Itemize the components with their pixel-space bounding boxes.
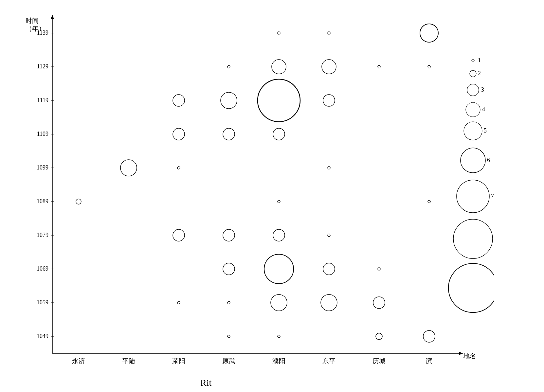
y-tick-1069: 1069: [37, 265, 48, 272]
bubble: [173, 95, 185, 106]
bubble: [423, 330, 435, 342]
y-tick-1049: 1049: [37, 333, 48, 339]
bubble: [227, 335, 230, 338]
svg-marker-3: [459, 352, 463, 355]
bubble: [323, 95, 335, 106]
bubble: [221, 92, 237, 109]
bubble: [223, 128, 235, 140]
x-cat-dongping: 东平: [322, 357, 335, 365]
bubble: [76, 199, 81, 204]
legend-circle-3: [467, 84, 479, 96]
y-tick-1129: 1129: [37, 63, 48, 70]
bubble: [328, 32, 330, 34]
legend-label-7: 7: [491, 193, 494, 199]
bubble: [120, 160, 137, 176]
bubble: [272, 60, 286, 74]
bubble: [278, 335, 280, 338]
y-tick-1079: 1079: [37, 232, 48, 238]
y-axis-title-line1: 时间: [26, 17, 39, 24]
y-tick-1099: 1099: [37, 164, 48, 171]
bubble: [278, 32, 280, 34]
bubble: [373, 297, 385, 309]
bubble: [177, 301, 180, 304]
y-tick-1109: 1109: [37, 131, 48, 137]
x-cat-puyang: 濮阳: [272, 357, 285, 365]
x-axis-label: 地名: [463, 352, 476, 360]
legend-label-6: 6: [487, 157, 490, 163]
bubble: [227, 65, 230, 68]
bubble: [227, 301, 230, 304]
y-tick-1139: 1139: [37, 29, 48, 36]
bubble: [321, 294, 337, 311]
y-tick-1089: 1089: [37, 198, 48, 205]
bubble: [278, 200, 280, 203]
bubble: [328, 167, 330, 169]
x-cat-xingyang: 荥阳: [172, 357, 185, 365]
legend-circle-6: [461, 148, 485, 173]
bubble: [323, 263, 335, 275]
bubble: [420, 24, 438, 42]
bubble: [428, 65, 430, 68]
bubble: [322, 60, 336, 74]
bubble: [223, 263, 235, 275]
legend-circle-5: [464, 122, 482, 140]
bubble: [428, 200, 430, 203]
bubble: [376, 333, 382, 340]
legend-label-5: 5: [484, 127, 487, 134]
legend-circle-4: [466, 102, 480, 117]
legend-label-2: 2: [478, 70, 481, 77]
legend-label-1: 1: [478, 57, 481, 63]
x-cat-yongji: 永济: [72, 357, 85, 365]
bubble: [177, 167, 180, 169]
bubble: [173, 128, 185, 140]
bubble: [273, 229, 285, 241]
chart-area: 时间 （年） 地名 1049 1059 1069 1079 1089 1099 …: [20, 7, 494, 380]
bubble: [378, 268, 380, 270]
bubble: [378, 65, 380, 68]
legend-label-3: 3: [481, 86, 484, 93]
legend-circle-8: [453, 219, 493, 258]
y-tick-1059: 1059: [37, 299, 48, 306]
bubble: [264, 254, 294, 284]
legend-circle-7: [457, 180, 489, 213]
legend-circle-2: [470, 70, 476, 77]
legend-label-4: 4: [482, 106, 485, 113]
bubble: [328, 234, 330, 237]
bubble: [223, 229, 235, 241]
legend-circle-1: [472, 59, 474, 62]
bubble: [258, 79, 300, 122]
x-cat-licheng: 历城: [372, 357, 386, 365]
x-cat-bin: 滨: [426, 357, 432, 365]
bubble: [271, 294, 287, 311]
bottom-label: Rit: [200, 378, 211, 388]
x-cat-yuanwu: 原武: [222, 357, 235, 365]
bubble: [173, 229, 185, 241]
bubble: [273, 128, 285, 140]
x-cat-pinglu: 平陆: [122, 357, 135, 365]
svg-marker-1: [51, 15, 54, 19]
legend-circle-9: [448, 263, 494, 312]
y-tick-1119: 1119: [37, 97, 48, 103]
